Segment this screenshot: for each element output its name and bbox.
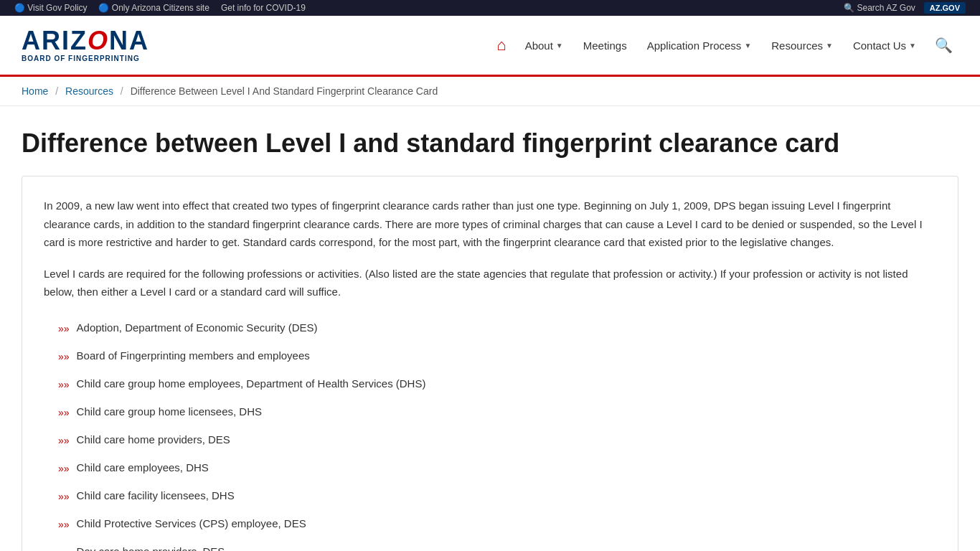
list-item-text: Child care employees, DHS <box>77 460 209 476</box>
list-item: »»Board of Fingerprinting members and em… <box>58 342 936 370</box>
logo-name: ARIZONA <box>22 28 149 54</box>
nav-contact-label: Contact Us <box>853 39 906 52</box>
breadcrumb-separator-2: / <box>121 85 123 97</box>
contact-caret-icon: ▼ <box>909 42 916 50</box>
chevron-double-icon: »» <box>58 545 70 551</box>
nav-application-label: Application Process <box>647 39 742 52</box>
list-item-text: Adoption, Department of Economic Securit… <box>77 320 318 336</box>
list-item: »»Child Protective Services (CPS) employ… <box>58 510 936 538</box>
list-item-text: Day care home providers, DES <box>77 544 225 551</box>
az-gov-badge: AZ.GOV <box>924 2 966 14</box>
breadcrumb: Home / Resources / Difference Between Le… <box>0 77 980 106</box>
nav-about-label: About <box>525 39 553 52</box>
breadcrumb-current: Difference Between Level I And Standard … <box>131 85 438 97</box>
about-caret-icon: ▼ <box>556 42 563 50</box>
list-item-text: Child care group home licensees, DHS <box>77 404 262 420</box>
logo-subtitle: BOARD OF FINGERPRINTING <box>22 55 149 62</box>
paragraph-2: Level I cards are required for the follo… <box>44 265 936 301</box>
list-item-text: Board of Fingerprinting members and empl… <box>77 348 310 364</box>
home-nav-icon[interactable]: ⌂ <box>491 30 512 60</box>
list-item-text: Child care group home employees, Departm… <box>77 376 426 392</box>
nav-item-about[interactable]: About ▼ <box>518 34 570 57</box>
chevron-double-icon: »» <box>58 489 70 504</box>
covid-link[interactable]: Get info for COVID-19 <box>221 3 306 13</box>
paragraph-1: In 2009, a new law went into effect that… <box>44 197 936 252</box>
list-item: »»Day care home providers, DES <box>58 538 936 551</box>
visit-gov-link[interactable]: 🔵 Visit Gov Policy <box>14 3 87 13</box>
search-az-gov-link[interactable]: 🔍 Search AZ Gov <box>844 3 915 13</box>
nav-item-contact[interactable]: Contact Us ▼ <box>846 34 923 57</box>
list-items: »»Adoption, Department of Economic Secur… <box>44 314 936 551</box>
list-item: »»Adoption, Department of Economic Secur… <box>58 314 936 342</box>
content-box: In 2009, a new law went into effect that… <box>22 176 958 551</box>
list-item-text: Child Protective Services (CPS) employee… <box>77 516 306 532</box>
utility-bar: 🔵 Visit Gov Policy 🔵 Only Arizona Citize… <box>0 0 980 16</box>
chevron-double-icon: »» <box>58 461 70 476</box>
list-item: »»Child care facility licensees, DHS <box>58 482 936 510</box>
chevron-double-icon: »» <box>58 433 70 448</box>
nav-meetings-label: Meetings <box>583 39 627 52</box>
logo: ARIZONA BOARD OF FINGERPRINTING <box>22 28 149 62</box>
citizens-link[interactable]: 🔵 Only Arizona Citizens site <box>98 3 209 13</box>
chevron-double-icon: »» <box>58 377 70 392</box>
main-nav: ⌂ About ▼ Meetings Application Process ▼… <box>491 30 958 60</box>
breadcrumb-separator-1: / <box>55 85 58 97</box>
list-item-text: Child care facility licensees, DHS <box>77 488 235 504</box>
nav-item-application-process[interactable]: Application Process ▼ <box>640 34 759 57</box>
nav-item-meetings[interactable]: Meetings <box>576 34 634 57</box>
chevron-double-icon: »» <box>58 517 70 532</box>
site-header: ARIZONA BOARD OF FINGERPRINTING ⌂ About … <box>0 16 980 77</box>
search-icon[interactable]: 🔍 <box>929 31 958 60</box>
utility-left-links: 🔵 Visit Gov Policy 🔵 Only Arizona Citize… <box>14 3 306 13</box>
chevron-double-icon: »» <box>58 349 70 364</box>
chevron-double-icon: »» <box>58 405 70 420</box>
breadcrumb-home[interactable]: Home <box>22 85 48 97</box>
nav-resources-label: Resources <box>771 39 823 52</box>
list-item: »»Child care group home employees, Depar… <box>58 370 936 398</box>
chevron-double-icon: »» <box>58 321 70 336</box>
list-item: »»Child care home providers, DES <box>58 426 936 454</box>
utility-right-links: 🔍 Search AZ Gov AZ.GOV <box>844 2 966 14</box>
list-item: »»Child care group home licensees, DHS <box>58 398 936 426</box>
logo-o: O <box>88 26 109 55</box>
application-caret-icon: ▼ <box>744 42 751 50</box>
main-content: Difference between Level I and standard … <box>0 106 980 551</box>
resources-caret-icon: ▼ <box>826 42 833 50</box>
page-title: Difference between Level I and standard … <box>22 128 958 159</box>
list-item: »»Child care employees, DHS <box>58 454 936 482</box>
list-item-text: Child care home providers, DES <box>77 432 230 448</box>
logo-area[interactable]: ARIZONA BOARD OF FINGERPRINTING <box>22 28 149 62</box>
breadcrumb-resources[interactable]: Resources <box>65 85 113 97</box>
nav-item-resources[interactable]: Resources ▼ <box>764 34 840 57</box>
